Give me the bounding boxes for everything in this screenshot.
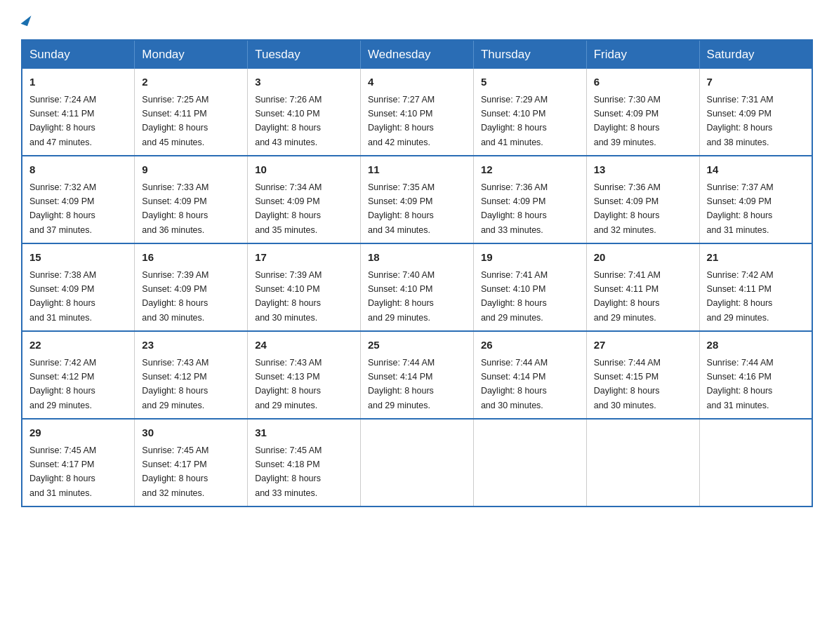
calendar-cell: 26 Sunrise: 7:44 AMSunset: 4:14 PMDaylig…: [473, 331, 586, 419]
calendar-cell: 14 Sunrise: 7:37 AMSunset: 4:09 PMDaylig…: [699, 156, 812, 243]
day-info: Sunrise: 7:31 AMSunset: 4:09 PMDaylight:…: [707, 95, 774, 147]
day-info: Sunrise: 7:37 AMSunset: 4:09 PMDaylight:…: [707, 182, 774, 235]
calendar-cell: 19 Sunrise: 7:41 AMSunset: 4:10 PMDaylig…: [473, 243, 586, 331]
day-number: 11: [368, 162, 466, 178]
calendar-cell: 18 Sunrise: 7:40 AMSunset: 4:10 PMDaylig…: [361, 243, 474, 331]
calendar-cell: 11 Sunrise: 7:35 AMSunset: 4:09 PMDaylig…: [361, 156, 474, 243]
day-info: Sunrise: 7:43 AMSunset: 4:13 PMDaylight:…: [255, 358, 322, 410]
calendar-cell: 1 Sunrise: 7:24 AMSunset: 4:11 PMDayligh…: [22, 69, 135, 156]
day-number: 6: [594, 74, 692, 90]
calendar-cell: 20 Sunrise: 7:41 AMSunset: 4:11 PMDaylig…: [586, 243, 699, 331]
day-info: Sunrise: 7:33 AMSunset: 4:09 PMDaylight:…: [142, 182, 208, 235]
day-header-sunday: Sunday: [22, 40, 135, 69]
day-info: Sunrise: 7:41 AMSunset: 4:11 PMDaylight:…: [594, 270, 661, 323]
day-info: Sunrise: 7:39 AMSunset: 4:09 PMDaylight:…: [142, 270, 208, 323]
day-number: 5: [481, 74, 579, 90]
week-row-1: 1 Sunrise: 7:24 AMSunset: 4:11 PMDayligh…: [22, 69, 812, 156]
calendar-table: SundayMondayTuesdayWednesdayThursdayFrid…: [21, 39, 813, 507]
calendar-cell: 16 Sunrise: 7:39 AMSunset: 4:09 PMDaylig…: [135, 243, 248, 331]
header: [21, 14, 813, 25]
day-info: Sunrise: 7:43 AMSunset: 4:12 PMDaylight:…: [142, 358, 208, 410]
day-number: 4: [368, 74, 466, 90]
day-info: Sunrise: 7:45 AMSunset: 4:18 PMDaylight:…: [255, 445, 322, 498]
logo-triangle-icon: [21, 13, 32, 26]
day-info: Sunrise: 7:40 AMSunset: 4:10 PMDaylight:…: [368, 270, 435, 323]
day-number: 8: [29, 162, 127, 178]
day-number: 21: [707, 250, 805, 266]
logo: [21, 14, 29, 25]
day-header-saturday: Saturday: [699, 40, 812, 69]
day-info: Sunrise: 7:29 AMSunset: 4:10 PMDaylight:…: [481, 95, 548, 147]
day-info: Sunrise: 7:27 AMSunset: 4:10 PMDaylight:…: [368, 95, 435, 147]
day-number: 20: [594, 250, 692, 266]
calendar-cell: 13 Sunrise: 7:36 AMSunset: 4:09 PMDaylig…: [586, 156, 699, 243]
day-info: Sunrise: 7:44 AMSunset: 4:16 PMDaylight:…: [707, 358, 774, 410]
calendar-cell: 22 Sunrise: 7:42 AMSunset: 4:12 PMDaylig…: [22, 331, 135, 419]
calendar-cell: 15 Sunrise: 7:38 AMSunset: 4:09 PMDaylig…: [22, 243, 135, 331]
calendar-cell: 31 Sunrise: 7:45 AMSunset: 4:18 PMDaylig…: [248, 419, 361, 507]
day-number: 15: [29, 250, 127, 266]
day-number: 28: [707, 337, 805, 354]
day-info: Sunrise: 7:42 AMSunset: 4:12 PMDaylight:…: [29, 358, 96, 410]
calendar-cell: 12 Sunrise: 7:36 AMSunset: 4:09 PMDaylig…: [473, 156, 586, 243]
week-row-3: 15 Sunrise: 7:38 AMSunset: 4:09 PMDaylig…: [22, 243, 812, 331]
calendar-cell: 7 Sunrise: 7:31 AMSunset: 4:09 PMDayligh…: [699, 69, 812, 156]
day-info: Sunrise: 7:34 AMSunset: 4:09 PMDaylight:…: [255, 182, 322, 235]
day-number: 1: [29, 74, 127, 90]
day-info: Sunrise: 7:35 AMSunset: 4:09 PMDaylight:…: [368, 182, 435, 235]
calendar-cell: [586, 419, 699, 507]
day-info: Sunrise: 7:25 AMSunset: 4:11 PMDaylight:…: [142, 95, 208, 147]
day-info: Sunrise: 7:38 AMSunset: 4:09 PMDaylight:…: [29, 270, 96, 323]
day-header-tuesday: Tuesday: [248, 40, 361, 69]
day-number: 22: [29, 337, 127, 354]
calendar-cell: 5 Sunrise: 7:29 AMSunset: 4:10 PMDayligh…: [473, 69, 586, 156]
week-row-2: 8 Sunrise: 7:32 AMSunset: 4:09 PMDayligh…: [22, 156, 812, 243]
day-info: Sunrise: 7:42 AMSunset: 4:11 PMDaylight:…: [707, 270, 774, 323]
day-number: 18: [368, 250, 466, 266]
day-number: 19: [481, 250, 579, 266]
calendar-cell: [473, 419, 586, 507]
day-info: Sunrise: 7:41 AMSunset: 4:10 PMDaylight:…: [481, 270, 548, 323]
day-header-wednesday: Wednesday: [361, 40, 474, 69]
calendar-cell: 6 Sunrise: 7:30 AMSunset: 4:09 PMDayligh…: [586, 69, 699, 156]
day-number: 2: [142, 74, 240, 90]
day-info: Sunrise: 7:24 AMSunset: 4:11 PMDaylight:…: [29, 95, 96, 147]
day-number: 26: [481, 337, 579, 354]
day-number: 9: [142, 162, 240, 178]
day-number: 7: [707, 74, 805, 90]
day-info: Sunrise: 7:44 AMSunset: 4:15 PMDaylight:…: [594, 358, 661, 410]
day-info: Sunrise: 7:32 AMSunset: 4:09 PMDaylight:…: [29, 182, 96, 235]
calendar-cell: 8 Sunrise: 7:32 AMSunset: 4:09 PMDayligh…: [22, 156, 135, 243]
day-number: 30: [142, 425, 240, 441]
day-header-friday: Friday: [586, 40, 699, 69]
calendar-cell: 4 Sunrise: 7:27 AMSunset: 4:10 PMDayligh…: [361, 69, 474, 156]
day-number: 29: [29, 425, 127, 441]
calendar-cell: [699, 419, 812, 507]
calendar-cell: 25 Sunrise: 7:44 AMSunset: 4:14 PMDaylig…: [361, 331, 474, 419]
calendar-cell: 23 Sunrise: 7:43 AMSunset: 4:12 PMDaylig…: [135, 331, 248, 419]
calendar-cell: 30 Sunrise: 7:45 AMSunset: 4:17 PMDaylig…: [135, 419, 248, 507]
calendar-cell: 3 Sunrise: 7:26 AMSunset: 4:10 PMDayligh…: [248, 69, 361, 156]
day-info: Sunrise: 7:45 AMSunset: 4:17 PMDaylight:…: [142, 445, 208, 498]
day-headers-row: SundayMondayTuesdayWednesdayThursdayFrid…: [22, 40, 812, 69]
day-number: 25: [368, 337, 466, 354]
calendar-cell: 24 Sunrise: 7:43 AMSunset: 4:13 PMDaylig…: [248, 331, 361, 419]
day-number: 13: [594, 162, 692, 178]
day-info: Sunrise: 7:45 AMSunset: 4:17 PMDaylight:…: [29, 445, 96, 498]
week-row-5: 29 Sunrise: 7:45 AMSunset: 4:17 PMDaylig…: [22, 419, 812, 507]
week-row-4: 22 Sunrise: 7:42 AMSunset: 4:12 PMDaylig…: [22, 331, 812, 419]
day-info: Sunrise: 7:39 AMSunset: 4:10 PMDaylight:…: [255, 270, 322, 323]
calendar-cell: 17 Sunrise: 7:39 AMSunset: 4:10 PMDaylig…: [248, 243, 361, 331]
day-number: 17: [255, 250, 353, 266]
calendar-cell: 21 Sunrise: 7:42 AMSunset: 4:11 PMDaylig…: [699, 243, 812, 331]
calendar-cell: 29 Sunrise: 7:45 AMSunset: 4:17 PMDaylig…: [22, 419, 135, 507]
calendar-cell: 27 Sunrise: 7:44 AMSunset: 4:15 PMDaylig…: [586, 331, 699, 419]
day-number: 23: [142, 337, 240, 354]
day-number: 31: [255, 425, 353, 441]
day-info: Sunrise: 7:26 AMSunset: 4:10 PMDaylight:…: [255, 95, 322, 147]
day-info: Sunrise: 7:36 AMSunset: 4:09 PMDaylight:…: [481, 182, 548, 235]
day-info: Sunrise: 7:44 AMSunset: 4:14 PMDaylight:…: [368, 358, 435, 410]
day-number: 10: [255, 162, 353, 178]
day-info: Sunrise: 7:44 AMSunset: 4:14 PMDaylight:…: [481, 358, 548, 410]
day-number: 24: [255, 337, 353, 354]
